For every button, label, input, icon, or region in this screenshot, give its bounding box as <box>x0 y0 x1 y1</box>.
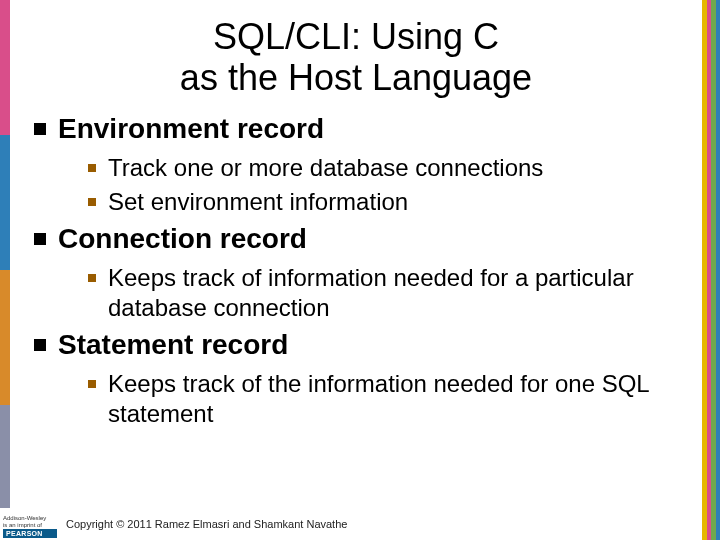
square-bullet-icon <box>88 274 96 282</box>
right-accent-stripe <box>702 0 720 540</box>
bullet-text: Keeps track of the information needed fo… <box>108 369 684 429</box>
publisher-brand: PEARSON <box>3 529 57 538</box>
section-heading-text: Connection record <box>58 223 307 255</box>
section-heading-text: Environment record <box>58 113 324 145</box>
square-bullet-icon <box>88 380 96 388</box>
section-heading: Environment record <box>34 113 684 145</box>
bullet-item: Track one or more database connections <box>88 153 684 183</box>
section-heading-text: Statement record <box>58 329 288 361</box>
copyright-text: Copyright © 2011 Ramez Elmasri and Shamk… <box>66 518 347 530</box>
bullet-text: Keeps track of information needed for a … <box>108 263 684 323</box>
square-bullet-icon <box>88 164 96 172</box>
square-bullet-icon <box>88 198 96 206</box>
publisher-sub-text: is an imprint of <box>3 522 57 528</box>
bullet-item: Set environment information <box>88 187 684 217</box>
publisher-logo: Addison-Wesley is an imprint of PEARSON <box>0 508 60 540</box>
title-line-2: as the Host Language <box>180 57 532 98</box>
square-bullet-icon <box>34 123 46 135</box>
slide-body: SQL/CLI: Using C as the Host Language En… <box>10 0 702 540</box>
bullet-text: Set environment information <box>108 187 408 217</box>
bullet-item: Keeps track of information needed for a … <box>88 263 684 323</box>
section-heading: Statement record <box>34 329 684 361</box>
left-accent-stripe <box>0 0 10 540</box>
bullet-item: Keeps track of the information needed fo… <box>88 369 684 429</box>
square-bullet-icon <box>34 233 46 245</box>
slide-footer: Addison-Wesley is an imprint of PEARSON … <box>0 508 720 540</box>
square-bullet-icon <box>34 339 46 351</box>
publisher-top-text: Addison-Wesley <box>3 515 57 521</box>
slide-title: SQL/CLI: Using C as the Host Language <box>28 16 684 99</box>
title-line-1: SQL/CLI: Using C <box>213 16 499 57</box>
bullet-text: Track one or more database connections <box>108 153 543 183</box>
section-heading: Connection record <box>34 223 684 255</box>
